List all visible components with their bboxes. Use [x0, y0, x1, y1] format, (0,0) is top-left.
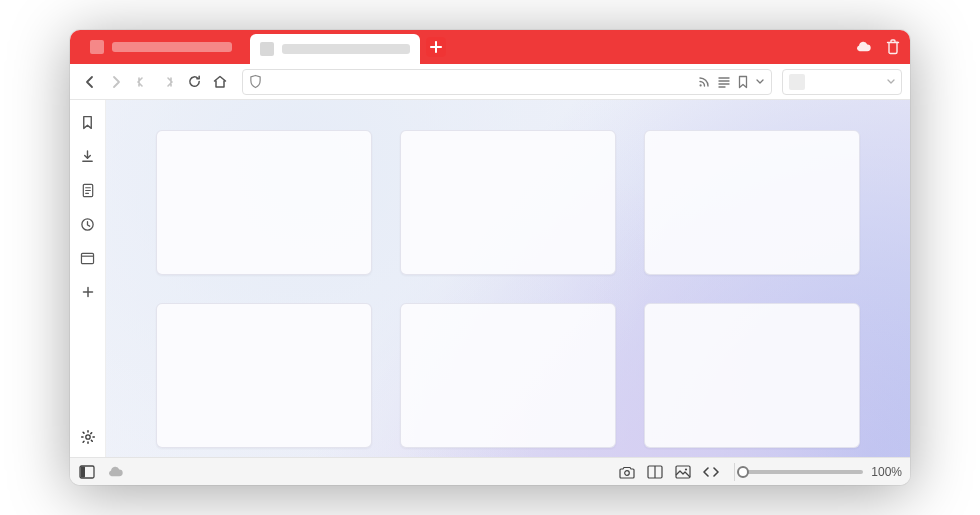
trash-button[interactable]: [884, 38, 902, 56]
panel-toggle-icon: [79, 465, 95, 479]
tab-label: [112, 42, 232, 52]
zoom-slider[interactable]: [743, 470, 863, 474]
reader-view-button[interactable]: [717, 75, 731, 89]
rss-icon: [697, 75, 711, 89]
tab-active[interactable]: [250, 34, 420, 64]
fastforward-icon: [161, 75, 175, 89]
feed-button[interactable]: [697, 75, 711, 89]
favicon-icon: [260, 42, 274, 56]
images-button[interactable]: [674, 463, 692, 481]
sidebar-item-notes[interactable]: [74, 176, 102, 204]
window-icon: [80, 252, 95, 265]
svg-rect-3: [81, 253, 93, 263]
back-button[interactable]: [78, 70, 102, 94]
address-dropdown[interactable]: [755, 79, 765, 84]
tiling-button[interactable]: [646, 463, 664, 481]
home-icon: [212, 74, 228, 90]
sidebar-item-bookmarks[interactable]: [74, 108, 102, 136]
bookmark-outline-icon: [81, 115, 94, 130]
bookmark-outline-icon: [737, 75, 749, 89]
sidebar-item-downloads[interactable]: [74, 142, 102, 170]
chevron-down-icon: [756, 79, 764, 84]
zoom-slider-thumb[interactable]: [737, 466, 749, 478]
zoom-value: 100%: [871, 465, 902, 479]
zoom-control: 100%: [734, 463, 902, 481]
chevron-down-icon: [887, 79, 895, 84]
tab-inactive[interactable]: [80, 30, 250, 64]
page-actions-button[interactable]: [702, 463, 720, 481]
sidebar-settings[interactable]: [74, 423, 102, 451]
sidebar-add-panel[interactable]: [74, 278, 102, 306]
sync-status-button[interactable]: [106, 463, 124, 481]
gear-icon: [80, 429, 96, 445]
devtools-icon: [703, 466, 719, 478]
search-box[interactable]: [782, 69, 902, 95]
shield-icon: [249, 74, 262, 89]
tiling-icon: [647, 465, 663, 479]
sidebar-item-history[interactable]: [74, 210, 102, 238]
cloud-icon: [106, 466, 124, 478]
search-engine-icon: [789, 74, 805, 90]
capture-icon: [619, 465, 635, 479]
chevron-right-icon: [109, 75, 123, 89]
cloud-icon: [854, 41, 872, 53]
speed-dial-tile[interactable]: [644, 130, 860, 275]
notes-icon: [81, 183, 95, 198]
svg-point-10: [685, 468, 687, 470]
history-icon: [80, 217, 95, 232]
rewind-icon: [135, 75, 149, 89]
download-icon: [80, 149, 95, 164]
new-tab-button[interactable]: [426, 37, 446, 57]
forward-button[interactable]: [104, 70, 128, 94]
titlebar-actions: [854, 30, 902, 64]
content-area: [106, 100, 910, 457]
speed-dial-tile[interactable]: [400, 303, 616, 448]
plus-icon: [430, 41, 442, 53]
image-icon: [675, 465, 691, 479]
plus-icon: [82, 286, 94, 298]
svg-rect-9: [676, 466, 690, 478]
reader-icon: [717, 75, 731, 89]
reload-icon: [187, 74, 202, 89]
fastforward-button[interactable]: [156, 70, 180, 94]
svg-point-4: [85, 435, 89, 439]
address-bar[interactable]: [242, 69, 772, 95]
speed-dial-grid: [106, 100, 910, 457]
navigation-bar: [70, 64, 910, 100]
favicon-icon: [90, 40, 104, 54]
tab-label: [282, 44, 410, 54]
svg-point-0: [700, 84, 702, 86]
tab-strip: [70, 30, 910, 64]
capture-button[interactable]: [618, 463, 636, 481]
chevron-left-icon: [83, 75, 97, 89]
speed-dial-tile[interactable]: [156, 303, 372, 448]
sync-button[interactable]: [854, 38, 872, 56]
trash-icon: [886, 39, 900, 55]
speed-dial-tile[interactable]: [400, 130, 616, 275]
home-button[interactable]: [208, 70, 232, 94]
speed-dial-tile[interactable]: [156, 130, 372, 275]
body: [70, 100, 910, 457]
speed-dial-tile[interactable]: [644, 303, 860, 448]
rewind-button[interactable]: [130, 70, 154, 94]
status-bar: 100%: [70, 457, 910, 485]
svg-rect-6: [81, 466, 85, 477]
panel-sidebar: [70, 100, 106, 457]
search-engine-dropdown[interactable]: [887, 79, 895, 84]
url-input[interactable]: [268, 70, 691, 94]
bookmark-page-button[interactable]: [737, 75, 749, 89]
browser-window: 100%: [70, 30, 910, 485]
sidebar-item-window[interactable]: [74, 244, 102, 272]
svg-point-7: [625, 470, 630, 475]
panel-toggle-button[interactable]: [78, 463, 96, 481]
reload-button[interactable]: [182, 70, 206, 94]
